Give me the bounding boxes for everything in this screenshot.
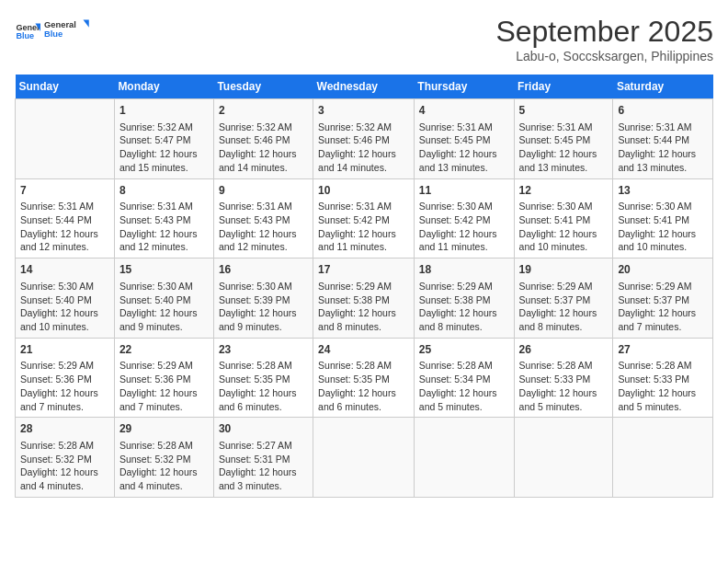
calendar-cell [613,418,713,498]
cell-info: Sunset: 5:35 PM [219,373,308,386]
cell-info: Sunrise: 5:32 AM [119,121,209,134]
cell-info: Daylight: 12 hours [119,147,209,161]
page-subtitle: Labu-o, Soccsksargen, Philippines [495,49,713,63]
cell-info: and 6 minutes. [219,400,308,414]
cell-info: Sunset: 5:40 PM [119,293,209,307]
calendar-cell: 11Sunrise: 5:30 AMSunset: 5:42 PMDayligh… [414,178,514,259]
day-number: 27 [618,342,708,358]
calendar-cell [16,99,115,179]
cell-info: Sunset: 5:31 PM [219,453,308,466]
day-number: 15 [119,262,209,278]
cell-info: Sunset: 5:33 PM [618,373,708,386]
day-number: 10 [318,183,409,199]
cell-info: Sunset: 5:34 PM [419,373,509,386]
cell-info: Daylight: 12 hours [318,306,409,320]
cell-info: and 5 minutes. [618,400,708,414]
calendar-cell: 24Sunrise: 5:28 AMSunset: 5:35 PMDayligh… [313,338,415,418]
day-number: 21 [20,342,109,358]
day-number: 11 [419,183,509,199]
cell-info: Daylight: 12 hours [618,386,708,400]
calendar-cell: 14Sunrise: 5:30 AMSunset: 5:40 PMDayligh… [16,259,115,339]
cell-info: Daylight: 12 hours [519,227,609,241]
cell-info: Sunrise: 5:29 AM [318,280,409,293]
cell-info: Sunset: 5:46 PM [318,133,409,147]
cell-info: and 13 minutes. [419,161,509,175]
cell-info: and 12 minutes. [119,240,209,254]
calendar-cell: 9Sunrise: 5:31 AMSunset: 5:43 PMDaylight… [213,178,313,259]
day-number: 8 [119,183,209,199]
cell-info: Sunrise: 5:31 AM [519,121,609,134]
cell-info: Sunrise: 5:28 AM [519,359,609,373]
cell-info: and 10 minutes. [519,240,609,254]
calendar-cell: 20Sunrise: 5:29 AMSunset: 5:37 PMDayligh… [613,259,713,339]
day-number: 5 [519,103,609,119]
day-number: 18 [419,262,509,278]
calendar-cell: 25Sunrise: 5:28 AMSunset: 5:34 PMDayligh… [414,338,514,418]
cell-info: and 5 minutes. [519,400,609,414]
cell-info: Sunset: 5:39 PM [219,293,308,307]
cell-info: Sunrise: 5:28 AM [219,359,308,373]
cell-info: Sunset: 5:37 PM [519,293,609,307]
cell-info: Daylight: 12 hours [519,306,609,320]
cell-info: Sunrise: 5:29 AM [419,280,509,293]
calendar-cell: 13Sunrise: 5:30 AMSunset: 5:41 PMDayligh… [613,178,713,259]
cell-info: and 7 minutes. [119,400,209,414]
cell-info: Sunset: 5:41 PM [519,213,609,227]
cell-info: and 5 minutes. [419,400,509,414]
cell-info: and 7 minutes. [20,400,109,414]
calendar-cell: 7Sunrise: 5:31 AMSunset: 5:44 PMDaylight… [16,178,115,259]
header-wednesday: Wednesday [313,75,415,99]
cell-info: Daylight: 12 hours [219,306,308,320]
cell-info: Daylight: 12 hours [219,465,308,479]
cell-info: Daylight: 12 hours [519,386,609,400]
svg-text:General: General [44,20,76,29]
cell-info: Sunset: 5:43 PM [219,213,308,227]
cell-info: Sunrise: 5:31 AM [219,200,308,213]
calendar-cell: 23Sunrise: 5:28 AMSunset: 5:35 PMDayligh… [213,338,313,418]
cell-info: Sunrise: 5:28 AM [318,359,409,373]
cell-info: Sunrise: 5:29 AM [618,280,708,293]
cell-info: Daylight: 12 hours [20,386,109,400]
day-number: 7 [20,183,109,199]
cell-info: Sunrise: 5:29 AM [119,359,209,373]
calendar-week-row: 28Sunrise: 5:28 AMSunset: 5:32 PMDayligh… [16,418,713,498]
cell-info: Sunrise: 5:30 AM [419,200,509,213]
cell-info: Sunset: 5:45 PM [519,133,609,147]
day-number: 28 [20,421,109,437]
cell-info: Daylight: 12 hours [618,147,708,161]
day-number: 4 [419,103,509,119]
day-number: 17 [318,262,409,278]
cell-info: Sunset: 5:43 PM [119,213,209,227]
day-number: 12 [519,183,609,199]
header-friday: Friday [514,75,613,99]
cell-info: Sunrise: 5:32 AM [219,121,308,134]
header-saturday: Saturday [613,75,713,99]
cell-info: Sunset: 5:32 PM [20,453,109,466]
cell-info: Sunset: 5:44 PM [618,133,708,147]
cell-info: Sunrise: 5:28 AM [419,359,509,373]
calendar-cell: 22Sunrise: 5:29 AMSunset: 5:36 PMDayligh… [114,338,213,418]
calendar-cell: 5Sunrise: 5:31 AMSunset: 5:45 PMDaylight… [514,99,613,179]
cell-info: Daylight: 12 hours [519,147,609,161]
calendar-cell: 3Sunrise: 5:32 AMSunset: 5:46 PMDaylight… [313,99,415,179]
cell-info: Sunrise: 5:30 AM [618,200,708,213]
cell-info: and 15 minutes. [119,161,209,175]
calendar-week-row: 1Sunrise: 5:32 AMSunset: 5:47 PMDaylight… [16,99,713,179]
cell-info: Sunrise: 5:30 AM [219,280,308,293]
cell-info: and 14 minutes. [219,161,308,175]
day-number: 23 [219,342,308,358]
cell-info: Sunset: 5:37 PM [618,293,708,307]
cell-info: Sunrise: 5:31 AM [20,200,109,213]
header-sunday: Sunday [16,75,115,99]
logo-icon: General Blue [15,18,40,44]
title-area: September 2025 Labu-o, Soccsksargen, Phi… [495,15,713,63]
cell-info: Sunrise: 5:29 AM [519,280,609,293]
cell-info: and 14 minutes. [318,161,409,175]
logo-bird-icon: General Blue [44,15,90,48]
cell-info: and 12 minutes. [219,240,308,254]
day-number: 14 [20,262,109,278]
cell-info: Daylight: 12 hours [419,386,509,400]
cell-info: Daylight: 12 hours [618,227,708,241]
cell-info: Sunset: 5:45 PM [419,133,509,147]
calendar-cell [514,418,613,498]
